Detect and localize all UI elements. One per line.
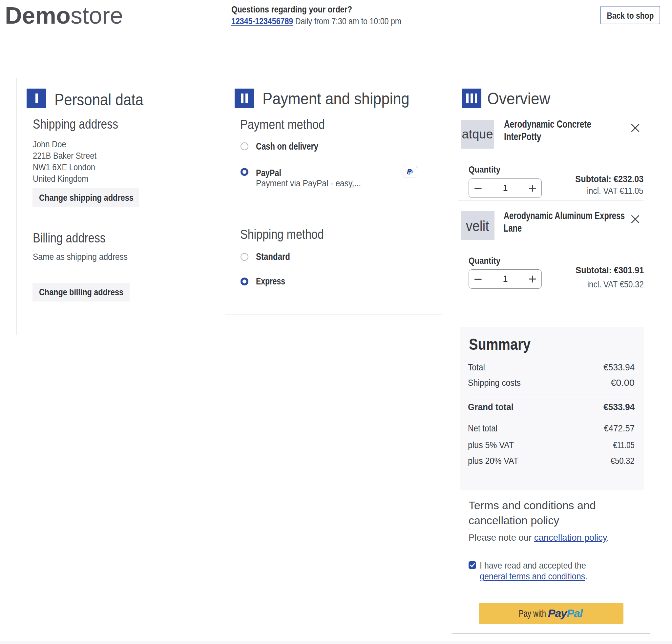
svg-text:P: P [407, 167, 412, 175]
